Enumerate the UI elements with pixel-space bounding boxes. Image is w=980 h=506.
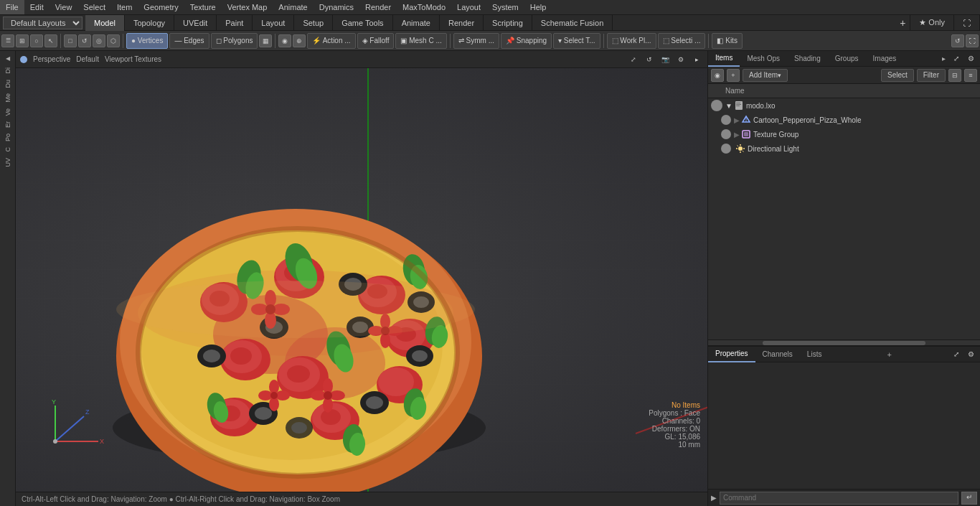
reset-btn[interactable]: ↺ <box>951 34 964 47</box>
prop-panel-expand[interactable]: ⤢ <box>950 348 963 361</box>
tab-render[interactable]: Render <box>440 15 484 31</box>
tab-model[interactable]: Model <box>85 15 125 31</box>
viewport-default[interactable]: Default <box>76 55 99 63</box>
toggle-btn[interactable]: ☰ <box>1 34 14 47</box>
work-pl-btn[interactable]: ⬚ Work Pl... <box>607 33 656 49</box>
add-layout-button[interactable]: + <box>895 16 910 30</box>
lasso-btn[interactable]: ○ <box>30 34 43 47</box>
sidebar-label-po[interactable]: Po <box>4 131 11 144</box>
menu-texture[interactable]: Texture <box>184 0 222 14</box>
command-input[interactable] <box>720 492 958 505</box>
add-item-btn[interactable]: Add Item <box>743 69 788 82</box>
fullscreen-btn[interactable]: ⛶ <box>966 34 979 47</box>
tab-groups[interactable]: Groups <box>828 51 866 67</box>
item-texgroup[interactable]: ▶ Texture Group <box>708 127 980 141</box>
items-scroll-thumb[interactable] <box>763 341 925 345</box>
menu-render[interactable]: Render <box>359 0 397 14</box>
items-add-btn[interactable]: + <box>727 69 740 82</box>
item-root[interactable]: ▼ modo.lxo <box>708 98 980 113</box>
vertices-btn[interactable]: ● Vertices <box>126 33 168 49</box>
menu-item[interactable]: Item <box>111 0 138 14</box>
tab-game-tools[interactable]: Game Tools <box>333 15 393 31</box>
tab-shading[interactable]: Shading <box>787 51 828 67</box>
menu-help[interactable]: Help <box>524 0 552 14</box>
tab-properties[interactable]: Properties <box>708 347 755 362</box>
edges-btn[interactable]: — Edges <box>169 33 209 49</box>
item-mesh[interactable]: ▶ Cartoon_Pepperoni_Pizza_Whole <box>708 113 980 127</box>
grid-btn[interactable]: ⊞ <box>16 34 29 47</box>
select-t-btn[interactable]: ▾ Select T... <box>553 33 600 49</box>
menu-view[interactable]: View <box>50 0 78 14</box>
viewport-more-btn[interactable]: ▸ <box>690 53 703 66</box>
kits-btn[interactable]: ◧ Kits <box>712 33 742 49</box>
layout-dropdown[interactable]: Default Layouts <box>3 17 83 29</box>
item-vis-texgroup[interactable] <box>721 129 731 139</box>
tab-topology[interactable]: Topology <box>125 15 174 31</box>
menu-dynamics[interactable]: Dynamics <box>314 0 359 14</box>
sidebar-label-ve[interactable]: Ve <box>4 106 11 119</box>
item-vis-light[interactable] <box>721 144 731 154</box>
action-btn[interactable]: ⚡ Action ... <box>307 33 355 49</box>
menu-system[interactable]: System <box>486 0 524 14</box>
circle-btn[interactable]: ◎ <box>93 34 105 47</box>
items-more-btn[interactable]: ≡ <box>964 69 977 82</box>
falloff-btn[interactable]: ◈ Falloff <box>357 33 395 49</box>
tab-uvedit[interactable]: UVEdit <box>174 15 217 31</box>
viewport-canvas[interactable]: Z Y X No Items Polygons : Face Channels:… <box>16 68 707 506</box>
menu-vertex-map[interactable]: Vertex Map <box>222 0 273 14</box>
tab-paint[interactable]: Paint <box>217 15 253 31</box>
tab-animate[interactable]: Animate <box>393 15 440 31</box>
polygons-btn[interactable]: ◻ Polygons <box>211 33 258 49</box>
tab-fullscreen[interactable]: ⛶ <box>954 15 980 31</box>
shield-btn[interactable]: ⬡ <box>107 34 120 47</box>
items-eye-btn[interactable]: ◉ <box>711 69 724 82</box>
sidebar-label-me[interactable]: Me <box>4 90 11 106</box>
sidebar-label-c[interactable]: C <box>4 144 11 155</box>
item-expand-root[interactable]: ▼ <box>725 102 732 110</box>
item-light[interactable]: Directional Light <box>708 141 980 156</box>
menu-file[interactable]: File <box>0 0 24 14</box>
command-arrow[interactable]: ▶ <box>711 494 717 502</box>
tab-mesh-ops[interactable]: Mesh Ops <box>740 51 787 67</box>
sidebar-label-uv[interactable]: UV <box>4 155 11 170</box>
snapping-btn[interactable]: 📌 Snapping <box>501 33 552 49</box>
items-panel-expand[interactable]: ⤢ <box>950 52 963 65</box>
item-vis-mesh[interactable] <box>721 115 731 125</box>
tab-layout[interactable]: Layout <box>253 15 294 31</box>
viewport-perspective[interactable]: Perspective <box>33 55 70 63</box>
items-panel-settings[interactable]: ⚙ <box>964 52 977 65</box>
menu-animate[interactable]: Animate <box>273 0 313 14</box>
prop-tab-plus[interactable]: + <box>882 349 895 360</box>
select-btn[interactable]: ↖ <box>44 34 57 47</box>
item-vis-root[interactable] <box>711 100 722 111</box>
select-btn[interactable]: Select <box>881 69 914 82</box>
menu-geometry[interactable]: Geometry <box>138 0 184 14</box>
tab-channels[interactable]: Channels <box>755 347 800 362</box>
sidebar-label-du[interactable]: Du <box>4 77 11 91</box>
tab-items[interactable]: Items <box>708 51 740 67</box>
menu-select[interactable]: Select <box>77 0 111 14</box>
sidebar-toggle[interactable]: ◀ <box>1 54 14 63</box>
tabs-more-btn[interactable]: ▸ <box>938 53 950 64</box>
items-scrollbar[interactable] <box>708 339 980 345</box>
box-btn[interactable]: □ <box>64 34 77 47</box>
filter-btn[interactable]: Filter <box>917 69 946 82</box>
viewport-dot[interactable] <box>20 56 27 63</box>
viewport-textures[interactable]: Viewport Textures <box>105 55 161 63</box>
mesh-btn[interactable]: ▣ Mesh C ... <box>395 33 446 49</box>
menu-layout[interactable]: Layout <box>451 0 486 14</box>
viewport-settings-btn[interactable]: ⚙ <box>674 53 687 66</box>
tab-scripting[interactable]: Scripting <box>484 15 532 31</box>
items-list[interactable]: ▼ modo.lxo ▶ <box>708 98 980 339</box>
tab-schematic-fusion[interactable]: Schematic Fusion <box>532 15 613 31</box>
command-enter-btn[interactable]: ↵ <box>961 492 977 505</box>
tab-lists[interactable]: Lists <box>800 347 829 362</box>
tab-setup[interactable]: Setup <box>294 15 333 31</box>
tab-only[interactable]: ★ Only <box>910 15 954 31</box>
symm-btn[interactable]: ⇌ Symm ... <box>453 33 499 49</box>
eye-btn[interactable]: ◉ <box>278 34 291 47</box>
item-expand-mesh[interactable]: ▶ <box>734 116 740 124</box>
tab-images[interactable]: Images <box>866 51 904 67</box>
loop-btn[interactable]: ↺ <box>78 34 91 47</box>
items-collapse-btn[interactable]: ⊟ <box>948 69 961 82</box>
